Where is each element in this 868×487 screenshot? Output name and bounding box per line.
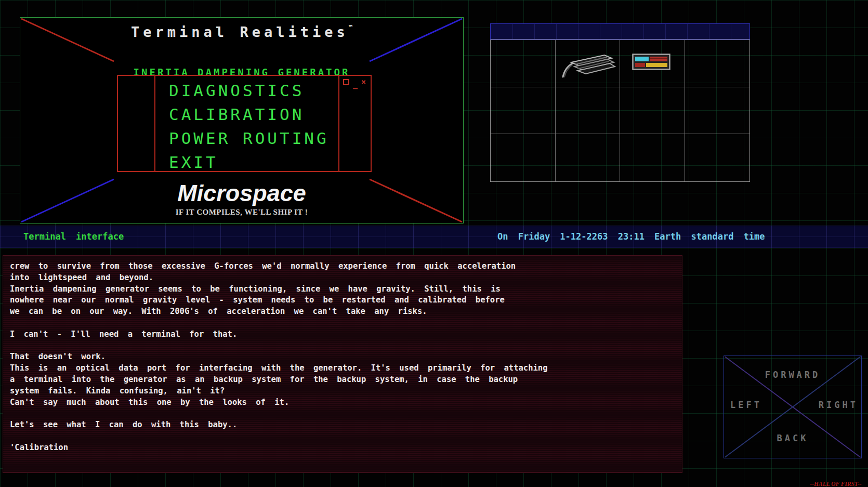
message-log: crew to survive from those excessive G-f… <box>3 255 682 473</box>
terminal-title: Terminal Realities™ <box>20 24 463 40</box>
inventory-header-bar <box>490 23 750 40</box>
inventory-grid <box>490 40 750 182</box>
log-line: Let's see what I can do with this baby.. <box>10 419 678 431</box>
brand-tagline: IF IT COMPILES, WE'LL SHIP IT ! <box>20 208 463 217</box>
brand-logo: Microspace <box>20 180 463 207</box>
game-screen: Terminal Realities™ INERTIA DAMPENING GE… <box>0 0 868 487</box>
menu-item-calibration[interactable]: CALIBRATION <box>169 102 329 126</box>
log-line: nowhere near our normal gravity level - … <box>10 295 678 306</box>
navigation-compass: FORWARD LEFT RIGHT BACK <box>724 356 862 458</box>
terminal-screen: Terminal Realities™ INERTIA DAMPENING GE… <box>20 17 464 223</box>
log-line: Can't say much about this one by the loo… <box>10 397 678 409</box>
minimize-icon[interactable]: _ <box>353 82 358 88</box>
menu-item-exit[interactable]: EXIT <box>169 150 329 174</box>
menu-item-power-routing[interactable]: POWER ROUTING <box>169 126 329 150</box>
nav-back-button[interactable]: BACK <box>724 433 861 443</box>
log-line: system fails. Kinda confusing, ain't it? <box>10 386 678 397</box>
inventory-slot[interactable] <box>556 134 621 181</box>
maximize-icon[interactable] <box>343 79 349 85</box>
log-line <box>10 408 678 419</box>
trademark-symbol: ™ <box>349 24 352 31</box>
log-line <box>10 318 678 329</box>
log-line: we can be on our way. With 200G's of acc… <box>10 306 678 318</box>
nav-left-button[interactable]: LEFT <box>730 400 762 410</box>
close-icon[interactable]: × <box>361 79 366 85</box>
log-line: I can't - I'll need a terminal for that. <box>10 329 678 340</box>
status-context-label: Terminal interface <box>23 226 124 248</box>
cable-item-icon[interactable] <box>560 49 620 81</box>
inventory-slot[interactable] <box>620 87 685 135</box>
menu-item-diagnostics[interactable]: DIAGNOSTICS <box>169 78 329 102</box>
log-line: This is an optical data port for interfa… <box>10 363 678 374</box>
access-card-item-icon[interactable] <box>632 54 670 70</box>
status-datetime: On Friday 1-12-2263 23:11 Earth standard… <box>497 226 765 248</box>
log-line <box>10 431 678 442</box>
terminal-menu-window: _ × DIAGNOSTICS CALIBRATION POWER ROUTIN… <box>117 75 372 172</box>
nav-forward-button[interactable]: FORWARD <box>724 370 861 380</box>
studio-credit: --HALL OF FIRST-- ----PERSON GAMES---- <box>806 467 866 487</box>
inventory-slot[interactable] <box>491 40 556 87</box>
inventory-slot[interactable] <box>491 87 556 135</box>
nav-right-button[interactable]: RIGHT <box>819 400 858 410</box>
inventory-slot[interactable] <box>685 40 750 87</box>
inventory-slot[interactable] <box>685 134 750 181</box>
menu-divider-left <box>154 76 155 171</box>
inventory-slot[interactable] <box>620 134 685 181</box>
inventory-slot[interactable] <box>491 134 556 181</box>
log-line: That doesn't work. <box>10 351 678 363</box>
log-line <box>10 340 678 352</box>
menu-window-controls: _ × <box>343 79 366 88</box>
terminal-menu: DIAGNOSTICS CALIBRATION POWER ROUTING EX… <box>169 78 329 174</box>
log-line: Inertia dampening generator seems to be … <box>10 284 678 295</box>
log-line: crew to survive from those excessive G-f… <box>10 261 678 272</box>
log-line: 'Calibration <box>10 442 678 454</box>
log-line: into lightspeed and beyond. <box>10 272 678 284</box>
inventory-slot[interactable] <box>685 87 750 135</box>
inventory-slot[interactable] <box>556 87 621 135</box>
menu-divider-right <box>338 76 339 171</box>
log-line: a terminal into the generator as an back… <box>10 374 678 386</box>
status-bar: Terminal interface On Friday 1-12-2263 2… <box>0 226 868 248</box>
credit-line-1: --HALL OF FIRST-- <box>806 481 866 487</box>
